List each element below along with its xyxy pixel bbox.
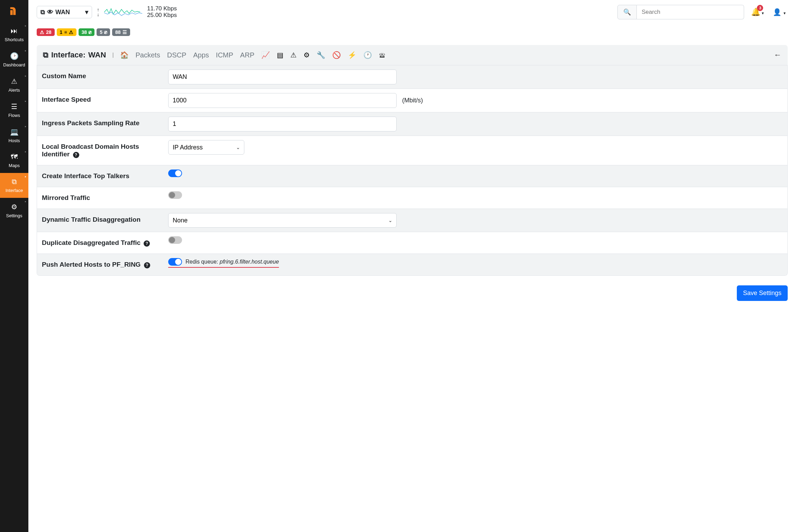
tab-storage[interactable]: ▤ (277, 51, 283, 59)
notifications-button[interactable]: 🔔 ▾ 3 (749, 6, 766, 18)
tab-user-disabled[interactable]: 🚫 (332, 51, 341, 59)
help-icon[interactable]: ? (144, 240, 150, 247)
tab-clock[interactable]: 🕐 (363, 51, 372, 59)
notification-count: 3 (757, 5, 763, 11)
badge-engaged[interactable]: 1 ≡ ⚠ (57, 28, 76, 36)
status-badges: ⚠ 28 1 ≡ ⚠ 38 ⎚ 5 ⎚ 88 ☰ (37, 28, 788, 36)
row-interface-speed: Interface Speed (Mbit/s) (37, 89, 787, 112)
row-disaggregation: Dynamic Traffic Disaggregation None ⌄ (37, 209, 787, 232)
hdd-icon: ▤ (277, 51, 283, 59)
save-settings-button[interactable]: Save Settings (737, 285, 788, 301)
wrench-icon: 🔧 (317, 51, 325, 59)
clock-icon: 🕐 (363, 51, 372, 59)
row-top-talkers: Create Interface Top Talkers (37, 165, 787, 187)
tab-tools[interactable]: 🔧 (317, 51, 325, 59)
custom-name-input[interactable] (168, 70, 397, 84)
tab-settings[interactable]: ⚙ (304, 51, 310, 59)
redis-queue-text: Redis queue: pfring.6.filter.host.queue (186, 259, 279, 265)
badge-hosts[interactable]: 38 ⎚ (79, 28, 95, 36)
main-content: ⧉ 👁 WAN ▾ ↑ ↓ 11.70 Kbps 25.00 Kbps 🔍 🔔 (28, 0, 796, 309)
tab-arp[interactable]: ARP (240, 51, 254, 59)
ntopng-logo-icon (8, 5, 20, 17)
search-button[interactable]: 🔍 (617, 5, 637, 19)
laptop-icon: ⎚ (89, 29, 91, 35)
tab-dscp[interactable]: DSCP (167, 51, 187, 59)
tab-home[interactable]: 🏠 (120, 51, 129, 59)
header-tabs: 🏠 Packets DSCP Apps ICMP ARP 📈 ▤ ⚠ ⚙ 🔧 🚫… (120, 51, 386, 59)
pfring-toggle[interactable] (168, 258, 182, 266)
search-icon: 🔍 (623, 9, 631, 16)
search-group: 🔍 (617, 5, 744, 19)
sidebar-item-settings[interactable]: ▸ ⚙ Settings (0, 198, 28, 223)
sidebar-item-dashboard[interactable]: ▸ 🕑 Dashboard (0, 47, 28, 72)
divider: | (112, 52, 114, 58)
warning-icon: ⚠ (69, 29, 73, 35)
title-prefix: Interface: (51, 51, 85, 59)
tab-bell[interactable]: 🛎 (379, 51, 386, 59)
sidebar-item-hosts[interactable]: ▸ 💻 Hosts (0, 123, 28, 148)
home-icon: 🏠 (120, 51, 129, 59)
concierge-bell-icon: 🛎 (379, 51, 386, 59)
back-button[interactable]: ← (774, 51, 781, 59)
tab-icmp[interactable]: ICMP (216, 51, 233, 59)
badge-flows[interactable]: 88 ☰ (112, 28, 130, 36)
form-actions: Save Settings (37, 285, 788, 301)
rate-upload: 11.70 Kbps (147, 6, 177, 12)
tab-chart[interactable]: 📈 (261, 51, 270, 59)
mirrored-traffic-toggle[interactable] (168, 191, 182, 199)
tab-apps[interactable]: Apps (193, 51, 209, 59)
duplicate-disagg-toggle[interactable] (168, 236, 182, 244)
chevron-right-icon: ▸ (25, 24, 26, 27)
badge-alerts[interactable]: ⚠ 28 (37, 28, 55, 36)
interface-speed-input[interactable] (168, 93, 397, 108)
badge-value: 5 (100, 29, 102, 35)
hosts-identifier-select[interactable]: IP Address (168, 140, 244, 155)
sidebar-item-maps[interactable]: ▸ 🗺 Maps (0, 148, 28, 173)
user-menu[interactable]: 👤 ▾ (771, 7, 788, 18)
label-top-talkers: Create Interface Top Talkers (37, 165, 163, 187)
gear-icon: ⚙ (11, 203, 17, 211)
page-header: ⧉ Interface: WAN | 🏠 Packets DSCP Apps I… (37, 45, 788, 65)
top-talkers-toggle[interactable] (168, 169, 182, 177)
sidebar-item-shortcuts[interactable]: ▸ ⏭ Shortcuts (0, 22, 28, 47)
badge-local-hosts[interactable]: 5 ⎚ (97, 28, 110, 36)
tab-flash[interactable]: ⚡ (348, 51, 356, 59)
interface-name: WAN (88, 51, 106, 59)
row-hosts-identifier: Local Broadcast Domain Hosts Identifier … (37, 136, 787, 165)
chevron-right-icon: ▸ (25, 125, 26, 128)
sidebar: ▸ ⏭ Shortcuts ▸ 🕑 Dashboard ▸ ⚠ Alerts ▸… (0, 0, 28, 309)
user-slash-icon: 🚫 (332, 51, 341, 59)
disaggregation-select[interactable]: None (168, 213, 397, 228)
sidebar-item-label: Shortcuts (5, 37, 24, 42)
ethernet-icon: ⧉ (40, 9, 45, 16)
sidebar-item-interface[interactable]: ▸ ⧉ Interface (0, 173, 28, 198)
chevron-right-icon: ▸ (25, 74, 26, 77)
sidebar-item-alerts[interactable]: ▸ ⚠ Alerts (0, 72, 28, 98)
flows-icon: ☰ (123, 29, 127, 35)
sidebar-item-label: Settings (6, 213, 22, 218)
tab-packets[interactable]: Packets (136, 51, 160, 59)
chevron-right-icon: ▸ (25, 150, 26, 153)
bolt-icon: ⚡ (348, 51, 356, 59)
arrow-left-icon: ← (774, 51, 781, 59)
label-sampling-rate: Ingress Packets Sampling Rate (37, 112, 163, 134)
sampling-rate-input[interactable] (168, 117, 397, 131)
app-logo[interactable] (0, 0, 28, 22)
interface-select[interactable]: ⧉ 👁 WAN ▾ (37, 6, 92, 18)
help-icon[interactable]: ? (73, 152, 79, 158)
rate-download: 25.00 Kbps (147, 12, 177, 19)
settings-form: Custom Name Interface Speed (Mbit/s) Ing… (37, 65, 788, 276)
ethernet-icon: ⧉ (43, 51, 48, 59)
caret-down-icon: ▾ (762, 11, 764, 16)
caret-down-icon: ▾ (784, 11, 786, 16)
sidebar-item-flows[interactable]: ▸ ☰ Flows (0, 98, 28, 123)
speed-unit: (Mbit/s) (402, 97, 423, 104)
sidebar-item-label: Alerts (8, 88, 20, 93)
chevron-right-icon: ▸ (25, 175, 26, 178)
search-input[interactable] (637, 5, 744, 19)
help-icon[interactable]: ? (144, 262, 150, 268)
badge-value: 88 (115, 29, 121, 35)
laptop-icon: ⎚ (104, 29, 107, 35)
arrow-up-icon: ↑ (97, 7, 99, 12)
tab-warnings[interactable]: ⚠ (290, 51, 297, 59)
